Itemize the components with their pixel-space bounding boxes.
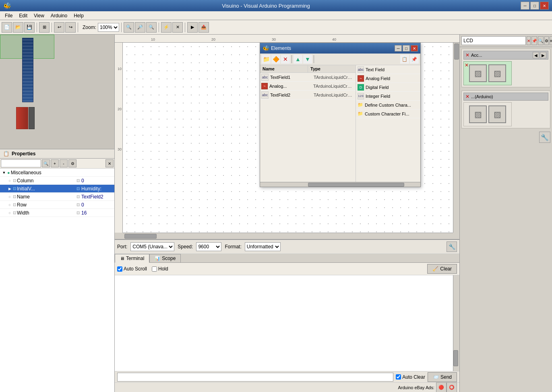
dialog-title-bar[interactable]: 🐝 Elements ─ □ ✕ [260,43,420,54]
prop-btn-settings[interactable]: ⚙ [68,159,76,167]
dialog-up-btn[interactable]: ▲ [294,55,302,64]
menu-view[interactable]: View [31,12,48,19]
dialog-row-0[interactable]: abc TextField1 TArduinoLiquidCrystal... [260,73,356,82]
prop-btn-filter[interactable]: 🔍 [42,159,50,167]
component-icons-arduino: ▨ ▨ [463,102,548,126]
dialog-row-1[interactable]: ~ Analog... TArduinoLiquidCrystal... [260,82,356,91]
prop-btn-collapse[interactable]: - [60,159,68,167]
ads-btn1[interactable]: 🔴 [436,382,447,392]
dialog-type-digital[interactable]: D Digital Field [356,83,420,92]
zoom-select[interactable]: 50% 75% 100% 125% 150% 200% [98,23,119,32]
component-search-icon1[interactable]: 📌 [531,36,537,45]
dialog-sep2 [314,55,314,63]
dialog-add-btn[interactable]: 📁 [262,55,271,64]
toolbar-redo[interactable]: ↪ [65,22,76,33]
tab-scope[interactable]: 📊 Scope [149,254,181,262]
prop-initial-icon: ⊡ [13,186,16,191]
component-search-icon2[interactable]: 🔍 [538,36,544,45]
serial-wrench-btn[interactable]: 🔧 [447,241,457,252]
prop-column-icon: ⊡ [13,178,16,183]
auto-scroll-label[interactable]: Auto Scroll [117,266,147,272]
toolbar-zoom-out[interactable]: 🔍 [146,22,157,33]
menu-file[interactable]: File [2,12,16,19]
comp-acc-main[interactable]: ✕ ▨ ▨ [463,61,512,85]
auto-scroll-checkbox[interactable] [117,266,122,272]
dialog-close-btn[interactable]: ✕ [411,45,418,52]
component-search-list[interactable]: ≡ [550,36,552,45]
dialog-type-integer[interactable]: 123 Integer Field [356,92,420,101]
card-acc-btn1[interactable]: ◀ [533,52,539,58]
auto-clear-checkbox[interactable] [396,374,401,380]
restore-button[interactable]: □ [530,2,539,10]
minimize-button[interactable]: ─ [521,2,529,10]
menu-edit[interactable]: Edit [16,12,31,19]
dialog-copy-btn[interactable]: 📋 [400,55,409,64]
ads-btn2[interactable]: ⭕ [447,382,457,392]
dialog-type-textfield[interactable]: abc Text Field [356,65,420,74]
dialog-restore-btn[interactable]: □ [403,45,410,52]
menu-arduino[interactable]: Arduino [48,12,70,19]
prop-row-initial[interactable]: ▶ ⊡ InitialV... ⊡ Humidity: [0,185,114,193]
properties-toolbar: 🔍 + - ⚙ ✕ [0,159,114,169]
toolbar-grid[interactable]: ⊞ [39,22,50,33]
prop-row-column[interactable]: ○ ⊡ Column ⊡ 0 [0,177,114,185]
dialog-type-analog[interactable]: ~ Analog Field [356,74,420,83]
toolbar-zoom-in[interactable]: 🔍 [124,22,134,33]
tab-terminal[interactable]: 🖥 Terminal [115,254,149,263]
dialog-scrollbar[interactable] [260,182,420,187]
prop-row-label: Row [17,202,76,208]
canvas-scrollbar-horizontal[interactable] [123,233,453,239]
dialog-down-btn[interactable]: ▼ [303,55,312,64]
prop-row-row[interactable]: ○ ⊡ Row ⊡ 0 [0,201,114,209]
component-search-input[interactable] [461,36,526,45]
card-acc-btn2[interactable]: ▶ [540,52,546,58]
port-select[interactable]: COM5 (Unava... [130,242,174,251]
wrench-btn[interactable]: 🔧 [539,132,550,143]
prop-btn-expand[interactable]: + [51,159,59,167]
hold-checkbox[interactable] [152,266,157,272]
comp-acc-placeholder2: ▨ [494,68,501,78]
mini-map[interactable] [0,35,114,149]
format-select[interactable]: Unformatted [245,242,281,251]
dialog-delete-btn[interactable]: ✕ [281,55,290,64]
properties-search[interactable] [1,159,41,167]
toolbar-sep6 [185,23,185,32]
send-icon: 📨 [433,374,439,380]
close-button[interactable]: ✕ [540,2,549,10]
serial-input[interactable] [117,373,393,382]
toolbar-undo[interactable]: ↩ [54,22,64,33]
canvas-main[interactable]: 🐝 Elements ─ □ ✕ 📁 🔶 ✕ ▲ ▼ [123,43,453,233]
card-acc-label: Acc... [471,53,482,58]
menu-help[interactable]: Help [70,12,87,19]
clear-button[interactable]: 🧹 Clear [427,264,457,274]
canvas-scrollbar-vertical[interactable] [453,43,459,233]
dialog-type-custom-char-field[interactable]: 📁 Custom Character Fi... [356,109,420,118]
expand-icon-column: ○ [7,178,12,183]
comp-arduino-main[interactable]: ▨ ▨ [463,102,512,126]
toolbar-open[interactable]: 📂 [13,22,23,33]
dialog-paste-btn[interactable]: 📌 [410,55,419,64]
toolbar-upload[interactable]: 📤 [198,22,209,33]
toolbar-new[interactable]: 📄 [2,22,12,33]
prop-row-width[interactable]: ○ ⊡ Width ⊡ 16 [0,209,114,217]
prop-btn-delete[interactable]: ✕ [105,159,114,167]
toolbar-zoom-reset[interactable]: 🔎 [135,22,145,33]
toolbar-compile[interactable]: ▶ [187,22,198,33]
prop-row-misc[interactable]: ▼ ● Miscellaneous [0,169,114,177]
dialog-type-custom-char[interactable]: 📁 Define Custom Chara... [356,101,420,109]
toolbar-disconnect[interactable]: ✕ [172,22,183,33]
speed-select[interactable]: 9600 115200 [196,242,221,251]
component-search-settings[interactable]: ⚙ [544,36,549,45]
app-title: Visuino - Visual Arduino Programming [11,3,521,9]
send-button[interactable]: 📨 Send [428,372,457,382]
toolbar-connect[interactable]: ⚡ [161,22,172,33]
prop-row-name[interactable]: ○ ⊡ Name ⊡ TextField2 [0,193,114,201]
serial-content[interactable] [115,275,459,371]
dialog-duplicate-btn[interactable]: 🔶 [271,55,280,64]
component-search-close[interactable]: ✕ [527,36,531,45]
dialog-row-2[interactable]: abc TextField2 TArduinoLiquidCrystal... [260,91,356,99]
auto-clear-label[interactable]: Auto Clear [396,374,425,380]
dialog-minimize-btn[interactable]: ─ [395,45,402,52]
toolbar-save[interactable]: 💾 [24,22,35,33]
hold-label[interactable]: Hold [152,266,168,272]
